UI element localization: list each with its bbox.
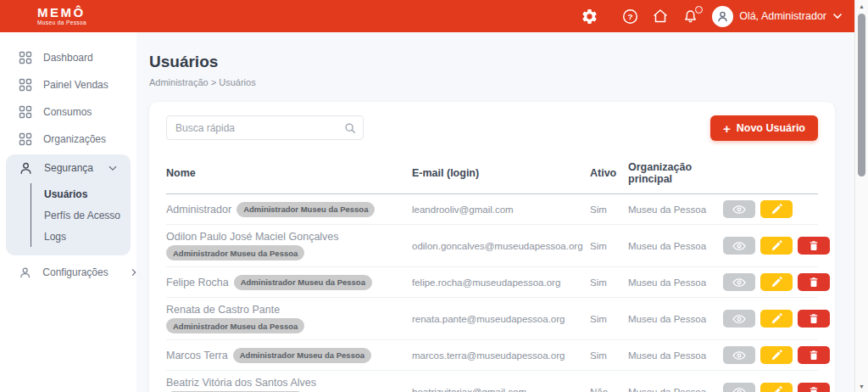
home-icon[interactable] <box>652 8 669 25</box>
scrollbar-thumb[interactable] <box>858 14 865 176</box>
user-row: Odilon Paulo José Maciel Gonçalves Admin… <box>166 225 818 267</box>
delete-button[interactable] <box>798 273 830 291</box>
user-organization: Museu da Pessoa <box>628 350 723 361</box>
users-card: + Novo Usuário Nome E-mail (login) Ativo… <box>149 102 835 392</box>
user-active: Sim <box>590 241 628 251</box>
plus-icon: + <box>723 122 731 135</box>
user-greeting: Olá, Administrador <box>739 10 826 22</box>
user-name: Renata de Castro Pante <box>166 304 280 316</box>
user-name: Felipe Rocha <box>166 277 229 288</box>
sidebar-item-configuracoes[interactable]: Configurações <box>0 259 136 286</box>
user-email: beatrizvitoriax@gmail.com <box>412 387 590 392</box>
sidebar-subitem-logs[interactable]: Logs <box>44 226 131 247</box>
view-button[interactable] <box>723 346 755 364</box>
user-organization: Museu da Pessoa <box>628 387 723 392</box>
scroll-down-arrow[interactable]: ▼ <box>859 380 865 392</box>
sidebar-item-dashboard[interactable]: Dashboard <box>0 44 136 71</box>
view-button[interactable] <box>723 237 755 255</box>
role-badge: Administrador Museu da Pessoa <box>166 318 304 333</box>
user-organization: Museu da Pessoa <box>628 277 723 288</box>
user-organization: Museu da Pessoa <box>628 241 723 251</box>
sidebar-item-label: Configurações <box>42 266 108 278</box>
sidebar-item-label: Dashboard <box>43 52 93 64</box>
sidebar-item-label: Consumos <box>43 106 92 118</box>
sidebar-subitem-perfis-de-acesso[interactable]: Perfís de Acesso <box>44 204 131 226</box>
user-name: Odilon Paulo José Maciel Gonçalves <box>166 231 339 243</box>
delete-button[interactable] <box>798 383 830 392</box>
sidebar-item-painel-vendas[interactable]: Painel Vendas <box>0 71 136 98</box>
view-button[interactable] <box>723 273 755 291</box>
notifications-bell-icon[interactable] <box>682 8 698 25</box>
user-email: marcos.terra@museudapessoa.org <box>412 350 590 361</box>
new-user-button[interactable]: + Novo Usuário <box>710 115 818 141</box>
edit-button[interactable] <box>760 310 793 328</box>
view-button[interactable] <box>723 383 755 392</box>
column-header-nome: Nome <box>166 167 412 179</box>
edit-button[interactable] <box>760 383 793 392</box>
search-icon[interactable] <box>344 122 356 137</box>
user-row: Beatriz Vitória dos Santos Alves Adminis… <box>166 371 818 392</box>
delete-button[interactable] <box>798 346 830 364</box>
sidebar-item-consumos[interactable]: Consumos <box>0 98 136 126</box>
chevron-down-icon <box>832 13 843 20</box>
help-icon[interactable]: ? <box>622 8 638 25</box>
user-active: Sim <box>590 204 628 215</box>
main-content: Usuários Administração > Usuários + Novo… <box>136 32 854 392</box>
grid-icon <box>19 105 32 119</box>
role-badge: Administrador Museu da Pessoa <box>234 275 372 290</box>
vertical-scrollbar: ▲ ▼ <box>854 0 868 392</box>
user-email: renata.pante@museudapessoa.org <box>412 314 590 324</box>
sidebar-group-seguranca: Segurança Usuários Perfís de Acesso Logs <box>6 154 131 255</box>
view-button[interactable] <box>723 310 755 328</box>
sidebar-item-seguranca[interactable]: Segurança <box>6 154 131 182</box>
view-button[interactable] <box>723 200 755 218</box>
person-icon <box>19 161 33 176</box>
user-name: Beatriz Vitória dos Santos Alves <box>166 377 316 389</box>
user-active: Não <box>590 387 628 392</box>
user-active: Sim <box>590 350 628 361</box>
role-badge: Administrador Museu da Pessoa <box>166 245 304 260</box>
grid-icon <box>19 51 32 64</box>
logo-subtitle: Museu da Pessoa <box>37 20 86 26</box>
breadcrumb[interactable]: Administração > Usuários <box>149 77 835 87</box>
user-row: Marcos Terra Administrador Museu da Pess… <box>166 340 818 371</box>
seguranca-submenu: Usuários Perfís de Acesso Logs <box>31 183 131 247</box>
sidebar-item-label: Segurança <box>44 162 93 174</box>
new-user-label: Novo Usuário <box>737 122 805 134</box>
top-navbar: MEMÔ Museu da Pessoa ? Olá, Administrado… <box>0 0 854 32</box>
user-name: Administrador <box>166 204 231 216</box>
column-header-organizacao: Organização principal <box>628 161 723 185</box>
search-input[interactable] <box>166 115 364 140</box>
sidebar-item-organizacoes[interactable]: Organizações <box>0 126 136 153</box>
users-table: Nome E-mail (login) Ativo Organização pr… <box>166 161 818 392</box>
sidebar: Dashboard Painel Vendas Consumos Organiz… <box>0 32 136 392</box>
grid-icon <box>19 132 32 146</box>
app-logo[interactable]: MEMÔ Museu da Pessoa <box>37 6 86 26</box>
user-active: Sim <box>590 314 628 324</box>
grid-icon <box>19 78 32 92</box>
edit-button[interactable] <box>760 237 793 255</box>
scroll-up-arrow[interactable]: ▲ <box>859 0 865 12</box>
user-email: felipe.rocha@museudapessoa.org <box>412 277 590 288</box>
delete-button[interactable] <box>798 237 830 255</box>
sidebar-subitem-usuarios[interactable]: Usuários <box>44 183 131 204</box>
user-organization: Museu da Pessoa <box>628 204 723 215</box>
edit-button[interactable] <box>760 273 793 291</box>
page-title: Usuários <box>149 53 835 71</box>
user-organization: Museu da Pessoa <box>628 314 723 324</box>
sidebar-item-label: Painel Vendas <box>43 79 108 91</box>
role-badge: Administrador Museu da Pessoa <box>233 348 371 363</box>
person-icon <box>19 266 31 280</box>
user-menu[interactable]: Olá, Administrador <box>712 6 843 27</box>
user-email: odilon.goncalves@museudapessoa.org <box>412 241 590 251</box>
search-box <box>166 115 364 140</box>
delete-button[interactable] <box>798 310 830 328</box>
chevron-down-icon <box>108 165 117 171</box>
table-body: Administrador Administrador Museu da Pes… <box>166 194 818 392</box>
edit-button[interactable] <box>760 200 793 218</box>
settings-gear-icon[interactable] <box>581 8 598 25</box>
edit-button[interactable] <box>760 346 793 364</box>
logo-title: MEMÔ <box>37 6 86 19</box>
column-header-ativo: Ativo <box>590 167 628 179</box>
role-badge: Administrador Museu da Pessoa <box>236 202 375 217</box>
